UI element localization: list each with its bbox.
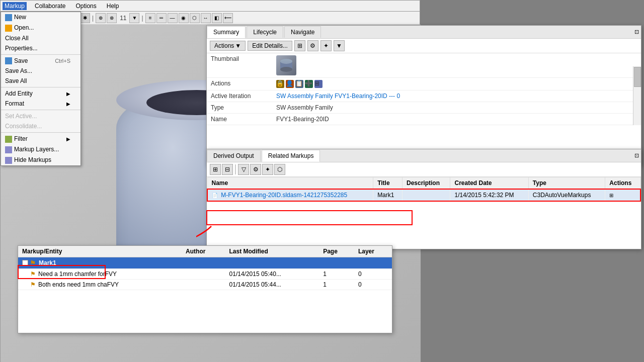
panel-icon-btn-2[interactable]: ⚙ (307, 40, 318, 51)
markups-btn-6[interactable]: ⬡ (274, 164, 285, 175)
active-iteration-row: Active Iteration SW Assembly Family FVY1… (207, 90, 641, 102)
actions-button[interactable]: Actions ▼ (210, 41, 246, 51)
actions-icons: 🔒 👤 📋 ➕ ⊞ (276, 80, 637, 88)
toolbar-btn-15[interactable]: ◉ (179, 13, 189, 23)
row-type: C3DAutoVueMarkups (528, 189, 605, 201)
tab-related-markups[interactable]: Related Markups (262, 150, 320, 162)
toolbar-btn-11[interactable]: ▼ (129, 13, 139, 23)
menu-item-close-all[interactable]: Close All (1, 33, 80, 43)
markups-btn-1[interactable]: ⊞ (210, 164, 221, 175)
toolbar-btn-19[interactable]: ⟵ (223, 13, 233, 23)
thumbnail-row: Thumbnail (207, 53, 641, 78)
tab-lifecycle[interactable]: Lifecycle (247, 26, 283, 38)
menu-item-properties[interactable]: Properties... (1, 43, 80, 53)
menu-item-open[interactable]: Open... (1, 23, 80, 33)
edit-details-button[interactable]: Edit Details... (248, 41, 292, 51)
thumbnail-value (272, 53, 641, 78)
actions-label: Actions (207, 78, 272, 90)
menu-item-markup-layers[interactable]: Markup Layers... (1, 144, 80, 155)
menu-item-new[interactable]: New (1, 12, 80, 23)
panel-icon-btn-1[interactable]: ⊞ (294, 40, 305, 51)
entity-row-mark1[interactable]: − ⚑ Mark1 (18, 257, 392, 269)
entity-cell-mark1: − ⚑ Mark1 (18, 257, 182, 269)
action-icon-3[interactable]: 📋 (295, 80, 303, 88)
action-icon-1[interactable]: 🔒 (276, 80, 284, 88)
entity-header-row: Markup/Entity Author Last Modified Page … (18, 246, 392, 257)
active-iteration-label: Active Iteration (207, 90, 272, 102)
menu-item-hide-markups[interactable]: Hide Markups (1, 155, 80, 165)
menu-options[interactable]: Options (73, 2, 98, 10)
col-actions[interactable]: Actions (605, 177, 640, 190)
action-icon-4[interactable]: ➕ (305, 80, 313, 88)
entity-layer-child1: 0 (354, 269, 392, 280)
row-actions[interactable]: ⊞ (605, 189, 640, 201)
action-icon-2[interactable]: 👤 (286, 80, 294, 88)
markups-table: Name Title Description Created Date Type… (207, 177, 641, 202)
entity-page-mark1 (319, 257, 354, 269)
dropdown-menu: New Open... Close All Properties... Save… (1, 12, 81, 166)
panel-icon-btn-3[interactable]: ✦ (320, 40, 332, 51)
action-icon-5[interactable]: ⊞ (314, 80, 323, 88)
collapse-btn[interactable]: − (22, 260, 28, 266)
menu-item-save-all[interactable]: Save All (1, 76, 80, 86)
menu-item-save[interactable]: Save Ctrl+S (1, 56, 80, 66)
entity-modified-child2: 01/14/2015 05:44... (225, 280, 319, 290)
summary-scrollbar[interactable] (633, 66, 641, 125)
tab-derived-output[interactable]: Derived Output (207, 150, 261, 161)
col-description[interactable]: Description (403, 177, 450, 190)
toolbar-btn-14[interactable]: — (168, 13, 178, 23)
toolbar-btn-16[interactable]: ⬡ (190, 13, 200, 23)
toolbar-btn-13[interactable]: ═ (156, 13, 167, 23)
markups-btn-2[interactable]: ⊟ (222, 164, 233, 175)
menu-item-add-entity[interactable]: Add Entity ▶ (1, 88, 80, 99)
markups-btn-4[interactable]: ⚙ (250, 164, 261, 175)
expand-icon[interactable]: ⊡ (634, 29, 639, 35)
toolbar-btn-10[interactable]: ⊗ (107, 13, 117, 23)
markups-btn-5[interactable]: ✦ (262, 164, 273, 175)
panel-icon-btn-4[interactable]: ▼ (334, 40, 345, 51)
entity-row-child2[interactable]: ⚑ Both ends need 1mm chaFVY 01/14/2015 0… (18, 280, 392, 290)
type-label: Type (207, 102, 272, 114)
menu-item-set-active[interactable]: Set Active... (1, 111, 80, 121)
type-value: SW Assembly Family (272, 102, 641, 114)
tab-navigate[interactable]: Navigate (284, 26, 321, 38)
summary-table: Thumbnail Actions (207, 53, 641, 125)
toolbar-btn-18[interactable]: ◧ (212, 13, 222, 23)
menu-item-consolidate[interactable]: Consolidate... (1, 121, 80, 131)
col-type[interactable]: Type (528, 177, 605, 190)
entity-col-markup[interactable]: Markup/Entity (18, 246, 182, 257)
entity-col-layer[interactable]: Layer (354, 246, 392, 257)
entity-col-author[interactable]: Author (182, 246, 225, 257)
menu-markup[interactable]: Markup (3, 2, 27, 10)
toolbar-btn-9[interactable]: ⊕ (96, 13, 106, 23)
tab-summary[interactable]: Summary (207, 26, 246, 38)
entity-layer-child2: 0 (354, 280, 392, 290)
menu-item-save-as[interactable]: Save As... (1, 66, 80, 76)
menu-help[interactable]: Help (105, 2, 121, 10)
active-iteration-value[interactable]: SW Assembly Family FVY1-Bearing-20ID ---… (272, 90, 641, 102)
markups-btn-3[interactable]: ▽ (238, 164, 249, 175)
row-name[interactable]: 📄 M-FVY1-Bearing-20ID.sldasm-14212753522… (207, 189, 373, 201)
table-row[interactable]: 📄 M-FVY1-Bearing-20ID.sldasm-14212753522… (207, 189, 640, 201)
menu-collaborate[interactable]: Collaborate (33, 2, 67, 10)
entity-col-page[interactable]: Page (319, 246, 354, 257)
col-title[interactable]: Title (373, 177, 403, 190)
entity-col-modified[interactable]: Last Modified (225, 246, 319, 257)
entity-row-child1[interactable]: ⚑ Need a 1mm chamfer forFVY 01/14/2015 0… (18, 269, 392, 280)
entity-author-child1 (182, 269, 225, 280)
thumbnail-label: Thumbnail (207, 53, 272, 78)
menu-item-format[interactable]: Format ▶ (1, 99, 80, 109)
toolbar-btn-12[interactable]: ≡ (145, 13, 155, 23)
svg-point-3 (280, 59, 292, 64)
toolbar-btn-8[interactable]: ✱ (80, 13, 90, 23)
tree-item-mark1: − ⚑ Mark1 (22, 259, 178, 267)
table-header-row: Name Title Description Created Date Type… (207, 177, 640, 190)
actions-row: Actions 🔒 👤 📋 ➕ ⊞ (207, 78, 641, 90)
col-name[interactable]: Name (207, 177, 373, 190)
menu-item-filter[interactable]: Filter ▶ (1, 134, 80, 144)
markups-expand-icon[interactable]: ⊡ (634, 152, 639, 159)
col-created-date[interactable]: Created Date (450, 177, 528, 190)
toolbar-btn-17[interactable]: ↔ (201, 13, 211, 23)
entity-layer-mark1 (354, 257, 392, 269)
entity-page-child2: 1 (319, 280, 354, 290)
